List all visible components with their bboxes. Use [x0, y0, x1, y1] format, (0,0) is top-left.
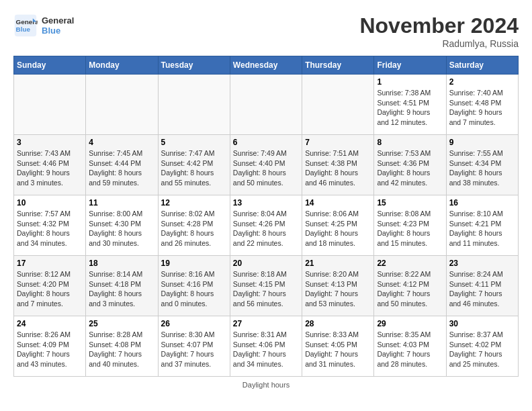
day-number: 10: [17, 198, 83, 208]
day-info: Sunrise: 8:22 AM Sunset: 4:12 PM Dayligh…: [377, 269, 443, 309]
day-number: 13: [233, 198, 299, 208]
calendar-cell: 16Sunrise: 8:10 AM Sunset: 4:21 PM Dayli…: [446, 195, 518, 256]
day-info: Sunrise: 8:02 AM Sunset: 4:28 PM Dayligh…: [161, 209, 227, 248]
day-number: 1: [377, 77, 443, 87]
day-number: 23: [449, 259, 515, 268]
day-info: Sunrise: 8:28 AM Sunset: 4:08 PM Dayligh…: [89, 330, 154, 369]
day-info: Sunrise: 7:53 AM Sunset: 4:36 PM Dayligh…: [377, 148, 443, 188]
day-number: 4: [89, 138, 154, 147]
logo-line1: General: [42, 15, 74, 26]
day-info: Sunrise: 8:30 AM Sunset: 4:07 PM Dayligh…: [161, 330, 227, 369]
calendar-day-header: Sunday: [14, 56, 86, 75]
logo-icon: General Blue: [13, 13, 38, 38]
day-info: Sunrise: 8:31 AM Sunset: 4:06 PM Dayligh…: [233, 330, 299, 369]
day-number: 2: [449, 77, 515, 87]
calendar-day-header: Tuesday: [158, 56, 230, 75]
calendar-cell: 21Sunrise: 8:20 AM Sunset: 4:13 PM Dayli…: [302, 256, 374, 316]
day-number: 8: [377, 138, 443, 147]
calendar-cell: 3Sunrise: 7:43 AM Sunset: 4:46 PM Daylig…: [14, 135, 86, 195]
calendar-cell: 1Sunrise: 7:38 AM Sunset: 4:51 PM Daylig…: [374, 75, 446, 135]
calendar-cell: 8Sunrise: 7:53 AM Sunset: 4:36 PM Daylig…: [374, 135, 446, 195]
day-info: Sunrise: 7:51 AM Sunset: 4:38 PM Dayligh…: [305, 148, 371, 188]
calendar-cell: 26Sunrise: 8:30 AM Sunset: 4:07 PM Dayli…: [158, 316, 230, 377]
calendar-cell: 7Sunrise: 7:51 AM Sunset: 4:38 PM Daylig…: [302, 135, 374, 195]
calendar-cell: 2Sunrise: 7:40 AM Sunset: 4:48 PM Daylig…: [446, 75, 518, 135]
calendar-cell: 9Sunrise: 7:55 AM Sunset: 4:34 PM Daylig…: [446, 135, 518, 195]
day-number: 12: [161, 198, 227, 208]
day-number: 9: [449, 138, 515, 147]
day-info: Sunrise: 8:20 AM Sunset: 4:13 PM Dayligh…: [305, 269, 371, 309]
day-number: 24: [17, 319, 83, 328]
calendar-day-header: Saturday: [446, 56, 518, 75]
day-number: 16: [449, 198, 515, 208]
day-number: 28: [305, 319, 371, 328]
day-info: Sunrise: 7:57 AM Sunset: 4:32 PM Dayligh…: [17, 209, 83, 248]
calendar-cell: 20Sunrise: 8:18 AM Sunset: 4:15 PM Dayli…: [230, 256, 302, 316]
calendar-cell: 22Sunrise: 8:22 AM Sunset: 4:12 PM Dayli…: [374, 256, 446, 316]
day-info: Sunrise: 7:43 AM Sunset: 4:46 PM Dayligh…: [17, 148, 83, 188]
calendar-cell: 27Sunrise: 8:31 AM Sunset: 4:06 PM Dayli…: [230, 316, 302, 377]
footer-label: Daylight hours: [13, 381, 519, 389]
calendar-cell: 29Sunrise: 8:35 AM Sunset: 4:03 PM Dayli…: [374, 316, 446, 377]
calendar-table: SundayMondayTuesdayWednesdayThursdayFrid…: [13, 56, 519, 377]
day-number: 27: [233, 319, 299, 328]
day-number: 6: [233, 138, 299, 147]
calendar-cell: 24Sunrise: 8:26 AM Sunset: 4:09 PM Dayli…: [14, 316, 86, 377]
calendar-cell: 12Sunrise: 8:02 AM Sunset: 4:28 PM Dayli…: [158, 195, 230, 256]
calendar-cell: 14Sunrise: 8:06 AM Sunset: 4:25 PM Dayli…: [302, 195, 374, 256]
day-info: Sunrise: 8:16 AM Sunset: 4:16 PM Dayligh…: [161, 269, 227, 309]
calendar-cell: 11Sunrise: 8:00 AM Sunset: 4:30 PM Dayli…: [86, 195, 158, 256]
calendar-day-header: Wednesday: [230, 56, 302, 75]
day-number: 29: [377, 319, 443, 328]
calendar-week-row: 24Sunrise: 8:26 AM Sunset: 4:09 PM Dayli…: [14, 316, 519, 377]
day-number: 11: [89, 198, 154, 208]
day-info: Sunrise: 8:06 AM Sunset: 4:25 PM Dayligh…: [305, 209, 371, 248]
calendar-week-row: 10Sunrise: 7:57 AM Sunset: 4:32 PM Dayli…: [14, 195, 519, 256]
day-info: Sunrise: 7:55 AM Sunset: 4:34 PM Dayligh…: [449, 148, 515, 188]
calendar-cell: 13Sunrise: 8:04 AM Sunset: 4:26 PM Dayli…: [230, 195, 302, 256]
day-info: Sunrise: 8:00 AM Sunset: 4:30 PM Dayligh…: [89, 209, 154, 248]
day-info: Sunrise: 8:26 AM Sunset: 4:09 PM Dayligh…: [17, 330, 83, 369]
logo-line2: Blue: [42, 26, 74, 36]
day-info: Sunrise: 8:04 AM Sunset: 4:26 PM Dayligh…: [233, 209, 299, 248]
day-number: 15: [377, 198, 443, 208]
calendar-cell: 6Sunrise: 7:49 AM Sunset: 4:40 PM Daylig…: [230, 135, 302, 195]
calendar-day-header: Monday: [86, 56, 158, 75]
day-info: Sunrise: 8:12 AM Sunset: 4:20 PM Dayligh…: [17, 269, 83, 309]
day-info: Sunrise: 7:49 AM Sunset: 4:40 PM Dayligh…: [233, 148, 299, 188]
title-block: November 2024 Radumlya, Russia: [359, 13, 519, 49]
calendar-cell: 5Sunrise: 7:47 AM Sunset: 4:42 PM Daylig…: [158, 135, 230, 195]
calendar-cell: 19Sunrise: 8:16 AM Sunset: 4:16 PM Dayli…: [158, 256, 230, 316]
day-info: Sunrise: 7:47 AM Sunset: 4:42 PM Dayligh…: [161, 148, 227, 188]
day-number: 18: [89, 259, 154, 268]
day-info: Sunrise: 8:37 AM Sunset: 4:02 PM Dayligh…: [449, 330, 515, 369]
day-number: 17: [17, 259, 83, 268]
day-info: Sunrise: 7:40 AM Sunset: 4:48 PM Dayligh…: [449, 88, 515, 128]
calendar-cell: 28Sunrise: 8:33 AM Sunset: 4:05 PM Dayli…: [302, 316, 374, 377]
svg-text:General: General: [16, 18, 38, 26]
calendar-cell: 30Sunrise: 8:37 AM Sunset: 4:02 PM Dayli…: [446, 316, 518, 377]
calendar-cell: [302, 75, 374, 135]
svg-text:Blue: Blue: [16, 26, 31, 33]
calendar-week-row: 1Sunrise: 7:38 AM Sunset: 4:51 PM Daylig…: [14, 75, 519, 135]
day-info: Sunrise: 8:18 AM Sunset: 4:15 PM Dayligh…: [233, 269, 299, 309]
calendar-week-row: 3Sunrise: 7:43 AM Sunset: 4:46 PM Daylig…: [14, 135, 519, 195]
day-info: Sunrise: 8:24 AM Sunset: 4:11 PM Dayligh…: [449, 269, 515, 309]
day-number: 19: [161, 259, 227, 268]
day-number: 20: [233, 259, 299, 268]
calendar-cell: 23Sunrise: 8:24 AM Sunset: 4:11 PM Dayli…: [446, 256, 518, 316]
month-title: November 2024: [359, 13, 519, 38]
day-number: 26: [161, 319, 227, 328]
day-number: 30: [449, 319, 515, 328]
day-number: 25: [89, 319, 154, 328]
calendar-cell: 17Sunrise: 8:12 AM Sunset: 4:20 PM Dayli…: [14, 256, 86, 316]
day-number: 14: [305, 198, 371, 208]
calendar-cell: 25Sunrise: 8:28 AM Sunset: 4:08 PM Dayli…: [86, 316, 158, 377]
calendar-day-header: Thursday: [302, 56, 374, 75]
day-info: Sunrise: 7:38 AM Sunset: 4:51 PM Dayligh…: [377, 88, 443, 128]
day-info: Sunrise: 8:33 AM Sunset: 4:05 PM Dayligh…: [305, 330, 371, 369]
calendar-cell: 4Sunrise: 7:45 AM Sunset: 4:44 PM Daylig…: [86, 135, 158, 195]
calendar-cell: 18Sunrise: 8:14 AM Sunset: 4:18 PM Dayli…: [86, 256, 158, 316]
day-info: Sunrise: 8:08 AM Sunset: 4:23 PM Dayligh…: [377, 209, 443, 248]
calendar-cell: [158, 75, 230, 135]
